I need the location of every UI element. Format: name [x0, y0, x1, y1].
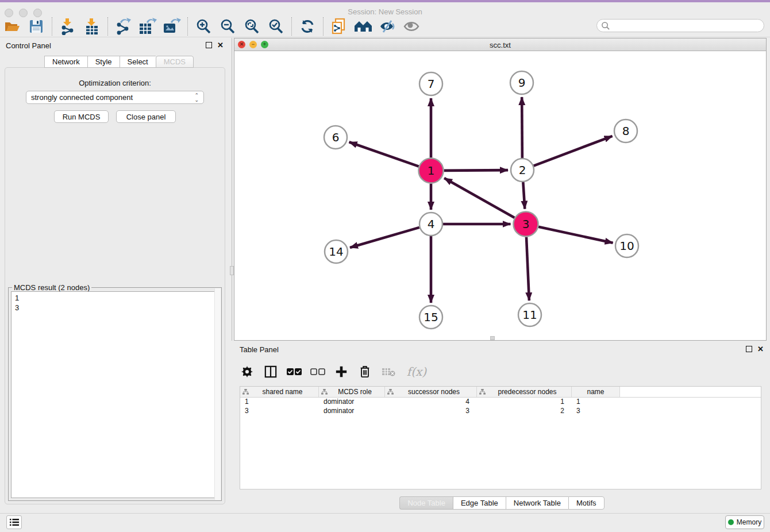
table-header-row: shared nameMCDS rolesuccessor nodesprede…: [240, 387, 761, 398]
refresh-layout-button[interactable]: [295, 17, 319, 36]
tab-network-table[interactable]: Network Table: [506, 496, 568, 510]
task-history-button[interactable]: [6, 515, 22, 529]
graph-edge-1-2[interactable]: [444, 170, 508, 171]
function-builder-button[interactable]: f(x): [405, 364, 429, 379]
graph-node-2[interactable]: 2: [511, 159, 534, 182]
export-network-button[interactable]: [111, 17, 136, 36]
show-eye-button[interactable]: [399, 17, 424, 36]
houses-icon: [354, 19, 372, 34]
delete-table-button[interactable]: [381, 364, 396, 379]
zoom-fit-button[interactable]: [240, 17, 264, 36]
column-header-MCDS-role[interactable]: MCDS role: [319, 387, 385, 397]
graph-edge-2-3[interactable]: [523, 182, 525, 209]
search-input[interactable]: [610, 20, 764, 31]
graph-edges: [349, 97, 613, 303]
graph-edge-2-9[interactable]: [522, 97, 522, 158]
toolbar-separator: [107, 17, 108, 36]
graph-edge-2-8[interactable]: [534, 136, 613, 166]
graph-edge-3-10[interactable]: [538, 227, 613, 243]
tab-node-table[interactable]: Node Table: [399, 496, 453, 510]
graph-node-8[interactable]: 8: [614, 119, 637, 142]
zoom-selected-button[interactable]: [264, 17, 288, 36]
graph-node-11[interactable]: 11: [518, 303, 541, 326]
network-graph-canvas[interactable]: 1234678910111415: [234, 51, 766, 341]
mcds-result-box: MCDS result (2 nodes) 1 3: [8, 287, 222, 501]
column-tree-icon: [321, 389, 328, 395]
import-table-button[interactable]: [80, 17, 104, 36]
network-window-titlebar[interactable]: ✕ − + scc.txt: [234, 38, 766, 51]
open-session-button[interactable]: [0, 17, 24, 36]
table-row[interactable]: 3dominator323: [240, 407, 761, 416]
style-eye-icon: [379, 19, 396, 34]
network-resize-grip[interactable]: [490, 336, 495, 340]
close-panel-icon[interactable]: ✕: [757, 346, 764, 352]
graph-edge-1-6[interactable]: [349, 142, 419, 166]
select-all-button[interactable]: [287, 364, 302, 379]
result-scrollbar[interactable]: [214, 288, 221, 500]
save-session-button[interactable]: [24, 17, 48, 36]
import-table-icon: [84, 18, 100, 35]
network-window-title: scc.txt: [234, 41, 766, 49]
svg-text:15: 15: [424, 310, 438, 324]
tab-motifs[interactable]: Motifs: [568, 496, 605, 510]
graph-edge-3-11[interactable]: [526, 237, 529, 300]
memory-button[interactable]: Memory: [725, 515, 764, 529]
graph-edge-3-1[interactable]: [444, 178, 514, 218]
node-table[interactable]: shared nameMCDS rolesuccessor nodesprede…: [240, 386, 761, 489]
graph-node-9[interactable]: 9: [510, 71, 533, 94]
zoom-out-button[interactable]: [215, 17, 240, 36]
duplicate-network-button[interactable]: [327, 17, 351, 36]
panel-splitter[interactable]: [232, 38, 232, 341]
graph-node-7[interactable]: 7: [419, 72, 442, 95]
table-settings-button[interactable]: [240, 364, 255, 379]
show-columns-button[interactable]: [263, 364, 278, 379]
graph-node-15[interactable]: 15: [419, 306, 442, 329]
zoom-out-icon: [220, 18, 236, 34]
tab-network[interactable]: Network: [44, 56, 87, 68]
export-image-icon: [163, 18, 181, 35]
column-header-predecessor-nodes[interactable]: predecessor nodes: [477, 387, 572, 397]
graph-node-3[interactable]: 3: [514, 212, 538, 237]
tab-edge-table[interactable]: Edge Table: [453, 496, 506, 510]
column-header-name[interactable]: name: [572, 387, 620, 397]
hide-style-button[interactable]: [375, 17, 399, 36]
optimization-criterion-select[interactable]: strongly connected component ⌃⌄: [26, 91, 204, 104]
graph-node-6[interactable]: 6: [324, 126, 347, 149]
graph-node-4[interactable]: 4: [419, 213, 442, 236]
tab-select[interactable]: Select: [120, 56, 156, 68]
home-network-button[interactable]: [351, 17, 375, 36]
graph-node-14[interactable]: 14: [325, 240, 348, 263]
import-network-button[interactable]: [56, 17, 80, 36]
tab-mcds[interactable]: MCDS: [156, 56, 194, 68]
export-table-icon: [138, 18, 157, 35]
mcds-result-text[interactable]: 1 3: [11, 291, 219, 498]
select-spinner-icon: ⌃⌄: [194, 93, 199, 102]
deselect-all-button[interactable]: [310, 364, 325, 379]
network-view-window: ✕ − + scc.txt 1234678910111415: [234, 38, 767, 341]
delete-table-icon: [382, 367, 395, 376]
export-table-button[interactable]: [136, 17, 160, 36]
graph-edge-4-14[interactable]: [350, 228, 419, 248]
graph-node-10[interactable]: 10: [615, 234, 638, 257]
column-tree-icon: [242, 389, 249, 395]
eye-icon: [403, 20, 420, 33]
graph-node-1[interactable]: 1: [419, 159, 444, 183]
column-header-shared-name[interactable]: shared name: [240, 387, 319, 397]
unchecked-boxes-icon: [310, 368, 325, 376]
splitter-grip[interactable]: [230, 266, 234, 275]
delete-row-button[interactable]: [357, 364, 372, 379]
column-header-successor-nodes[interactable]: successor nodes: [385, 387, 477, 397]
toolbar-search[interactable]: [596, 19, 764, 32]
run-mcds-button[interactable]: Run MCDS: [54, 110, 109, 123]
float-panel-icon[interactable]: [206, 42, 212, 48]
export-image-button[interactable]: [160, 17, 184, 36]
toolbar-separator: [187, 17, 188, 36]
mcds-result-title: MCDS result (2 nodes): [12, 283, 91, 292]
float-panel-icon[interactable]: [746, 346, 752, 352]
close-panel-button[interactable]: Close panel: [116, 110, 176, 123]
close-panel-icon[interactable]: ✕: [217, 42, 224, 48]
table-row[interactable]: 1dominator411: [240, 398, 761, 407]
add-row-button[interactable]: [334, 364, 349, 379]
tab-style[interactable]: Style: [87, 56, 120, 68]
zoom-in-button[interactable]: [191, 17, 215, 36]
